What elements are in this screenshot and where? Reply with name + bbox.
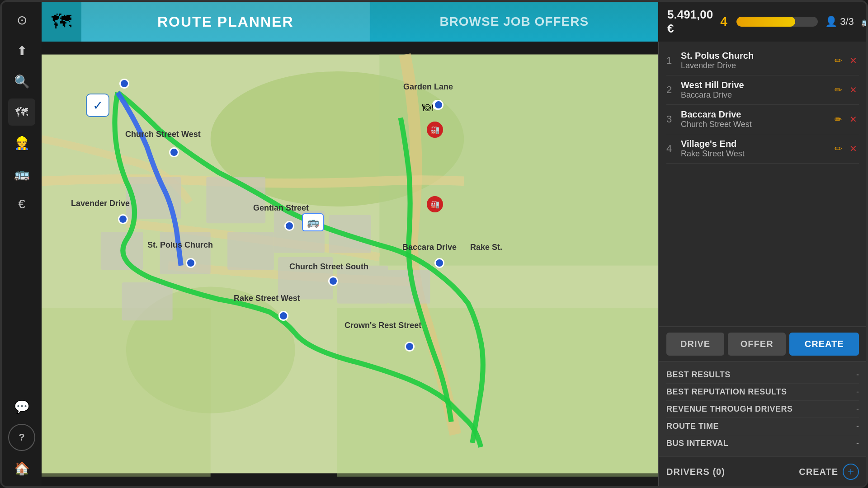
right-panel: 1 St. Polus Church Lavender Drive ✏ ✕ 2: [658, 42, 866, 486]
drivers-create-label: CREATE: [799, 467, 838, 477]
map-area[interactable]: Garden Lane Church Street West Lavender …: [42, 42, 658, 486]
delete-route-3[interactable]: ✕: [848, 112, 859, 127]
delete-route-4[interactable]: ✕: [848, 141, 859, 156]
bus-stop-3: [169, 147, 179, 157]
stats-area: 5.491,00 € 4 👤 3/3 🚌 3/3: [658, 2, 866, 42]
bus-vehicle-icon: 🚌: [302, 213, 324, 231]
route-number-4: 4: [666, 143, 681, 155]
food-icon: 🍽: [422, 101, 433, 114]
driver-icon[interactable]: 👷: [8, 129, 35, 156]
offer-button[interactable]: OFFER: [728, 333, 786, 356]
route-name-sub-1: Lavender Drive: [681, 61, 833, 70]
drivers-label: DRIVERS (0): [666, 467, 725, 477]
home-icon[interactable]: 🏠: [8, 455, 35, 482]
route-item-2: 2 West Hill Drive Baccara Drive ✏ ✕: [666, 75, 859, 105]
bus-stop-5: [186, 258, 196, 268]
bus-stop-4: [118, 214, 128, 224]
delete-route-2[interactable]: ✕: [848, 83, 859, 97]
route-name-sub-4: Rake Street West: [681, 149, 833, 159]
help-icon[interactable]: ?: [8, 424, 35, 451]
bus-stop-1: [119, 79, 129, 89]
route-name-main-4: Village's End: [681, 139, 833, 149]
bus-stop-7: [434, 258, 444, 268]
route-actions-1: ✏ ✕: [833, 53, 859, 68]
route-name-sub-3: Church Street West: [681, 120, 833, 129]
best-reputation-value: -: [856, 387, 859, 397]
tab-browse-offers[interactable]: BROWSE JOB OFFERS: [370, 2, 659, 42]
best-results-label: BEST RESULTS: [666, 370, 731, 380]
route-actions-4: ✏ ✕: [833, 141, 859, 156]
bus-icon[interactable]: 🚌: [8, 160, 35, 187]
bus-stop-garden-lane: [434, 100, 443, 110]
results-panel: BEST RESULTS - BEST REPUTATION RESULTS -…: [659, 361, 866, 456]
route-item-1: 1 St. Polus Church Lavender Drive ✏ ✕: [666, 46, 859, 75]
main-content: 🗺 ROUTE PLANNER BROWSE JOB OFFERS 5.491,…: [42, 2, 866, 486]
xp-bar: [736, 17, 818, 27]
tab-browse-offers-label: BROWSE JOB OFFERS: [439, 14, 589, 29]
upload-icon[interactable]: ⬆: [8, 37, 35, 64]
finance-icon[interactable]: €: [8, 191, 35, 218]
top-bar: 🗺 ROUTE PLANNER BROWSE JOB OFFERS 5.491,…: [42, 2, 866, 42]
map-svg: [42, 42, 658, 486]
tab-route-planner-label: ROUTE PLANNER: [157, 14, 294, 30]
drivers-row: DRIVERS (0) CREATE +: [659, 456, 866, 486]
checklist-icon[interactable]: ✓: [86, 94, 109, 117]
route-number-2: 2: [666, 84, 681, 96]
route-number-1: 1: [666, 55, 681, 66]
route-number-3: 3: [666, 113, 681, 125]
route-name-main-3: Baccara Drive: [681, 109, 833, 120]
header-map-icon: 🗺: [42, 2, 81, 42]
sidebar: ⊙ ⬆ 🔍 🗺 👷 🚌 € 💬 ? 🏠: [2, 2, 42, 486]
compass-icon[interactable]: ⊙: [8, 6, 35, 33]
money-display: 5.491,00 €: [667, 8, 713, 36]
route-time-value: -: [856, 422, 859, 431]
xp-fill: [736, 17, 795, 27]
svg-rect-10: [337, 266, 388, 304]
tab-route-planner[interactable]: ROUTE PLANNER: [81, 2, 370, 42]
svg-rect-16: [122, 282, 173, 320]
svg-rect-15: [160, 232, 211, 274]
xp-bar-container: 4: [720, 14, 818, 29]
revenue-drivers-value: -: [856, 404, 859, 414]
edit-route-1[interactable]: ✏: [833, 53, 844, 68]
edit-route-3[interactable]: ✏: [833, 112, 844, 127]
route-name-main-1: St. Polus Church: [681, 51, 833, 61]
route-info-2: West Hill Drive Baccara Drive: [681, 80, 833, 100]
bus-stop-6: [284, 221, 294, 231]
route-name-main-2: West Hill Drive: [681, 80, 833, 90]
route-item-4: 4 Village's End Rake Street West ✏ ✕: [666, 134, 859, 164]
delete-route-1[interactable]: ✕: [848, 53, 859, 68]
route-info-3: Baccara Drive Church Street West: [681, 109, 833, 129]
bus-stop-9: [278, 311, 288, 321]
svg-rect-4: [42, 308, 211, 477]
best-results-row: BEST RESULTS -: [666, 366, 859, 384]
best-results-value: -: [856, 370, 859, 380]
drivers-create: CREATE +: [799, 464, 859, 480]
bus-stop-8: [328, 276, 338, 286]
svg-rect-12: [278, 257, 333, 299]
create-button[interactable]: CREATE: [789, 333, 859, 356]
edit-route-2[interactable]: ✏: [833, 83, 844, 97]
best-reputation-label: BEST REPUTATION RESULTS: [666, 387, 787, 397]
route-item-3: 3 Baccara Drive Church Street West ✏ ✕: [666, 105, 859, 134]
route-time-row: ROUTE TIME -: [666, 418, 859, 435]
workers-value: 3/3: [840, 16, 854, 28]
best-reputation-row: BEST REPUTATION RESULTS -: [666, 384, 859, 401]
chat-icon[interactable]: 💬: [8, 393, 35, 420]
depot-icon-1: 🏭: [427, 122, 443, 138]
add-driver-button[interactable]: +: [843, 464, 859, 480]
workers-stat: 👤 3/3: [825, 16, 854, 28]
search-icon[interactable]: 🔍: [8, 68, 35, 95]
depot-icon-2: 🏭: [427, 196, 443, 212]
action-buttons: DRIVE OFFER CREATE: [659, 326, 866, 361]
drive-button[interactable]: DRIVE: [666, 333, 724, 356]
bus-interval-value: -: [856, 439, 859, 448]
route-info-4: Village's End Rake Street West: [681, 139, 833, 159]
route-list: 1 St. Polus Church Lavender Drive ✏ ✕ 2: [659, 42, 866, 326]
bus-interval-row: BUS INTERVAL -: [666, 435, 859, 452]
route-actions-3: ✏ ✕: [833, 112, 859, 127]
content-area: Garden Lane Church Street West Lavender …: [42, 42, 866, 486]
tabs-area: 🗺 ROUTE PLANNER BROWSE JOB OFFERS: [42, 2, 658, 42]
edit-route-4[interactable]: ✏: [833, 141, 844, 156]
map-icon[interactable]: 🗺: [8, 99, 35, 126]
